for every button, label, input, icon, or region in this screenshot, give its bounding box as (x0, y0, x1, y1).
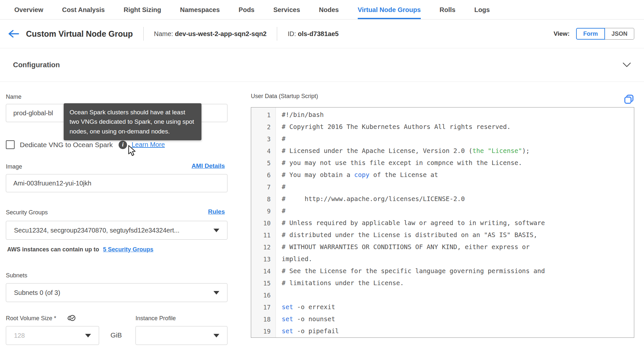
line-number: 15 (251, 280, 276, 287)
tab-services[interactable]: Services (273, 0, 300, 19)
link-check-icon (67, 314, 76, 322)
tab-bar: OverviewCost AnalysisRight SizingNamespa… (0, 0, 644, 19)
code-text: # http://www.apache.org/licenses/LICENSE… (276, 195, 465, 203)
page: OverviewCost AnalysisRight SizingNamespa… (0, 0, 644, 354)
code-text: # Licensed under the Apache License, Ver… (276, 147, 530, 155)
code-line: 15# limitations under the License. (251, 277, 634, 289)
tab-nodes[interactable]: Nodes (319, 0, 339, 19)
tab-pods[interactable]: Pods (238, 0, 254, 19)
code-text: # distributed under the License is distr… (276, 231, 537, 239)
code-line: 7# (251, 181, 634, 193)
tab-cost-analysis[interactable]: Cost Analysis (62, 0, 105, 19)
tab-namespaces[interactable]: Namespaces (180, 0, 220, 19)
code-text: # See the License for the specific langu… (276, 267, 545, 275)
tab-virtual-node-groups[interactable]: Virtual Node Groups (358, 0, 421, 19)
tab-rolls[interactable]: Rolls (440, 0, 456, 19)
info-icon[interactable]: i (119, 141, 127, 149)
caret-down-icon (213, 229, 219, 232)
security-groups-label: Security Groups (6, 209, 48, 216)
code-line: 19set -o pipefail (251, 325, 634, 337)
code-line: 11# distributed under the License is dis… (251, 229, 634, 241)
copy-icon[interactable] (623, 94, 635, 105)
ocean-spark-tooltip: Ocean Spark clusters should have at leas… (64, 103, 201, 140)
code-text: implied. (276, 255, 312, 263)
view-json-button[interactable]: JSON (605, 28, 634, 40)
code-line: 18set -o nounset (251, 313, 634, 325)
line-number: 16 (251, 292, 276, 299)
line-number: 10 (251, 220, 276, 227)
tab-logs[interactable]: Logs (474, 0, 490, 19)
line-number: 1 (251, 111, 276, 119)
line-number: 5 (251, 159, 276, 167)
code-line: 1#!/bin/bash (251, 109, 634, 121)
divider (277, 27, 277, 41)
view-form-button[interactable]: Form (576, 28, 605, 40)
image-label: Image (6, 163, 22, 170)
code-text: # limitations under the License. (276, 279, 404, 287)
configuration-title: Configuration (13, 61, 60, 69)
dedicate-vng-checkbox[interactable] (6, 140, 15, 149)
line-number: 6 (251, 171, 276, 179)
image-input[interactable] (6, 174, 227, 192)
instance-profile-dropdown[interactable] (135, 326, 227, 345)
code-line: 4# Licensed under the Apache License, Ve… (251, 145, 634, 157)
code-text: #!/bin/bash (276, 111, 324, 119)
code-text: set -o nounset (276, 315, 335, 323)
code-line: 10# Unless required by applicable law or… (251, 217, 634, 229)
subnets-dropdown[interactable]: Subnets 0 (of 3) (6, 283, 227, 302)
user-data-label: User Data (Startup Script) (251, 93, 318, 100)
divider (143, 27, 144, 41)
line-number: 17 (251, 304, 276, 311)
tab-overview[interactable]: Overview (14, 0, 43, 19)
code-line: 6# You may obtain a copy of the License … (251, 169, 634, 181)
line-number: 2 (251, 123, 276, 131)
code-text: # Unless required by applicable law or a… (276, 219, 545, 227)
root-volume-size-label: Root Volume Size * (6, 315, 56, 322)
page-header: Custom Virtual Node Group Name: dev-us-w… (0, 19, 644, 48)
dedicate-vng-label: Dedicate VNG to Ocean Spark (20, 141, 113, 149)
caret-down-icon (85, 334, 91, 337)
line-number: 3 (251, 135, 276, 143)
rules-link[interactable]: Rules (208, 208, 225, 215)
line-number: 7 (251, 183, 276, 191)
page-title: Custom Virtual Node Group (26, 29, 133, 39)
vng-id: ID: ols-d7381ae5 (288, 30, 339, 38)
code-text: set -o errexit (276, 303, 335, 311)
vng-name: Name: dev-us-west-2-app-sqn2-sqn2 (154, 30, 267, 38)
code-text: # (276, 183, 286, 191)
code-line: 17set -o errexit (251, 301, 634, 313)
line-number: 9 (251, 208, 276, 215)
code-text: # You may obtain a copy of the License a… (276, 171, 438, 179)
ami-details-link[interactable]: AMI Details (192, 162, 225, 170)
dedicate-vng-row: Dedicate VNG to Ocean Spark i Learn More (6, 140, 165, 149)
line-number: 11 (251, 232, 276, 239)
code-text: # you may not use this file except in co… (276, 159, 522, 167)
code-line: 13implied. (251, 253, 634, 265)
code-line: 5# you may not use this file except in c… (251, 157, 634, 169)
security-groups-helper: AWS instances can contain up to 5 Securi… (7, 246, 153, 253)
chevron-down-icon[interactable] (623, 62, 631, 68)
back-arrow-icon[interactable] (8, 29, 19, 38)
name-label: Name (6, 94, 21, 100)
code-text: set -o pipefail (276, 327, 339, 335)
line-number: 4 (251, 147, 276, 155)
root-volume-size-dropdown[interactable]: 128 (6, 326, 99, 345)
caret-down-icon (213, 291, 219, 295)
code-line: 12# WITHOUT WARRANTIES OR CONDITIONS OF … (251, 241, 634, 253)
code-text: # Copyright 2016 The Kubernetes Authors … (276, 123, 510, 131)
code-text: # (276, 207, 286, 215)
five-security-groups-link[interactable]: 5 Security Groups (103, 246, 153, 253)
instance-profile-label: Instance Profile (135, 315, 176, 322)
tab-right-sizing[interactable]: Right Sizing (123, 0, 161, 19)
code-text: # WITHOUT WARRANTIES OR CONDITIONS OF AN… (276, 243, 530, 251)
line-number: 12 (251, 244, 276, 251)
security-groups-dropdown[interactable]: Secu12324, secgroup23470870, segtuyfsd12… (6, 221, 227, 240)
view-label: View: (554, 30, 570, 37)
learn-more-link[interactable]: Learn More (132, 141, 165, 148)
line-number: 19 (251, 328, 276, 335)
configuration-header[interactable]: Configuration (0, 48, 644, 82)
user-data-code-editor[interactable]: 1#!/bin/bash2# Copyright 2016 The Kubern… (251, 107, 634, 338)
line-number: 14 (251, 268, 276, 275)
gib-unit-label: GiB (110, 331, 122, 339)
code-text: # (276, 135, 286, 143)
